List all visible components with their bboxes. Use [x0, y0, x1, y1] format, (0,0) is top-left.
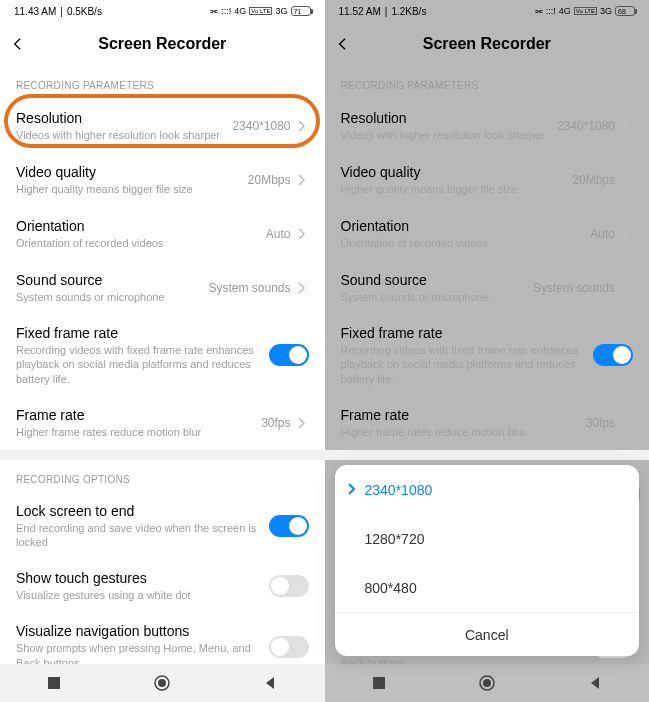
row-resolution[interactable]: Resolution Videos with higher resolution… [0, 99, 325, 153]
battery-icon: 68 [615, 6, 635, 16]
row-title: Frame rate [341, 407, 578, 423]
section-gap [0, 450, 325, 460]
chevron-right-icon [295, 174, 309, 186]
row-sub: System sounds or microphone [341, 290, 525, 304]
toggle-fixed-frame-rate[interactable] [269, 344, 309, 366]
row-fixed-frame-rate: Fixed frame rate Recording videos with f… [325, 315, 650, 396]
row-resolution: Resolution Videos with higher resolution… [325, 99, 650, 153]
row-title: Fixed frame rate [16, 325, 261, 341]
row-value: Auto [590, 227, 615, 241]
row-value: System sounds [208, 281, 290, 295]
toggle-lock-screen-to-end[interactable] [269, 515, 309, 537]
header: Screen Recorder [325, 22, 650, 66]
status-volte: Vo LTE [574, 7, 597, 15]
toggle-fixed-frame-rate [593, 344, 633, 366]
row-sub: System sounds or microphone [16, 290, 200, 304]
chevron-right-icon [619, 174, 633, 186]
status-net2: 3G [600, 6, 612, 16]
row-fixed-frame-rate[interactable]: Fixed frame rate Recording videos with f… [0, 315, 325, 396]
option-label: 1280*720 [365, 531, 425, 547]
chevron-right-icon [295, 120, 309, 132]
toggle-visualize-nav-buttons[interactable] [269, 636, 309, 658]
option-label: 2340*1080 [365, 482, 433, 498]
chevron-left-icon [10, 36, 26, 52]
back-button[interactable] [335, 36, 365, 52]
row-sub: Videos with higher resolution look sharp… [341, 128, 549, 142]
svg-point-2 [158, 679, 166, 687]
row-title: Resolution [16, 110, 224, 126]
row-value: 20Mbps [572, 173, 615, 187]
wifi-icon: ⫘ [534, 6, 543, 16]
svg-rect-3 [373, 677, 385, 689]
row-show-touch-gestures[interactable]: Show touch gestures Visualize gestures u… [0, 559, 325, 613]
row-visualize-nav-buttons[interactable]: Visualize navigation buttons Show prompt… [0, 613, 325, 664]
row-sub: Recording videos with fixed frame rate e… [16, 343, 261, 386]
nav-recents[interactable] [370, 674, 388, 692]
row-title: Orientation [16, 218, 258, 234]
row-video-quality: Video quality Higher quality means bigge… [325, 153, 650, 207]
nav-back[interactable] [586, 674, 604, 692]
back-button[interactable] [10, 36, 40, 52]
row-title: Video quality [341, 164, 565, 180]
row-value: 30fps [261, 416, 290, 430]
nav-bar [0, 664, 325, 702]
section-gap [325, 450, 650, 460]
row-sound-source[interactable]: Sound source System sounds or microphone… [0, 261, 325, 315]
status-speed: 0.5KB/s [67, 6, 102, 17]
row-video-quality[interactable]: Video quality Higher quality means bigge… [0, 153, 325, 207]
nav-home[interactable] [478, 674, 496, 692]
row-value: Auto [266, 227, 291, 241]
row-title: Video quality [16, 164, 240, 180]
svg-rect-0 [48, 677, 60, 689]
option-800-480[interactable]: 800*480 [335, 563, 640, 612]
row-frame-rate: Frame rate Higher frame rates reduce mot… [325, 396, 650, 450]
status-speed: 1.2KB/s [391, 6, 426, 17]
chevron-right-icon [619, 228, 633, 240]
nav-back[interactable] [261, 674, 279, 692]
chevron-right-icon [295, 228, 309, 240]
section-recording-parameters: RECORDING PARAMETERS [325, 66, 650, 99]
row-title: Lock screen to end [16, 503, 261, 519]
cancel-button[interactable]: Cancel [335, 612, 640, 656]
row-value: 2340*1080 [232, 119, 290, 133]
screen-right: 11.52 AM | 1.2KB/s ⫘ :::! 4G Vo LTE 3G 6… [325, 0, 650, 702]
checkmark-icon [347, 482, 363, 498]
section-recording-parameters: RECORDING PARAMETERS [0, 66, 325, 99]
row-orientation[interactable]: Orientation Orientation of recorded vide… [0, 207, 325, 261]
chevron-right-icon [295, 417, 309, 429]
settings-list[interactable]: RECORDING PARAMETERS Resolution Videos w… [0, 66, 325, 664]
header: Screen Recorder [0, 22, 325, 66]
chevron-left-icon [335, 36, 351, 52]
row-sub: End recording and save video when the sc… [16, 521, 261, 550]
row-sub: Show prompts when pressing Home, Menu, a… [16, 641, 261, 664]
resolution-dialog: 2340*1080 1280*720 800*480 Cancel [335, 465, 640, 656]
option-2340-1080[interactable]: 2340*1080 [335, 465, 640, 514]
chevron-right-icon [619, 282, 633, 294]
page-title: Screen Recorder [365, 35, 610, 53]
row-value: System sounds [533, 281, 615, 295]
status-time: 11.43 AM [14, 6, 56, 17]
row-title: Frame rate [16, 407, 253, 423]
status-net: 4G [234, 6, 246, 16]
option-label: 800*480 [365, 580, 417, 596]
chevron-right-icon [295, 282, 309, 294]
status-bar: 11.52 AM | 1.2KB/s ⫘ :::! 4G Vo LTE 3G 6… [325, 0, 650, 22]
row-frame-rate[interactable]: Frame rate Higher frame rates reduce mot… [0, 396, 325, 450]
chevron-right-icon [619, 120, 633, 132]
option-1280-720[interactable]: 1280*720 [335, 514, 640, 563]
status-time: 11.52 AM [339, 6, 381, 17]
toggle-show-touch-gestures[interactable] [269, 575, 309, 597]
row-sub: Higher quality means bigger file size [341, 182, 565, 196]
row-sub: Recording videos with fixed frame rate e… [341, 343, 586, 386]
nav-recents[interactable] [45, 674, 63, 692]
row-sub: Visualize gestures using a white dot [16, 588, 261, 602]
row-value: 30fps [586, 416, 615, 430]
nav-home[interactable] [153, 674, 171, 692]
status-bar: 11.43 AM | 0.5KB/s ⫘ :::! 4G Vo LTE 3G 7… [0, 0, 325, 22]
row-lock-screen-to-end[interactable]: Lock screen to end End recording and sav… [0, 493, 325, 560]
chevron-right-icon [619, 417, 633, 429]
screen-left: 11.43 AM | 0.5KB/s ⫘ :::! 4G Vo LTE 3G 7… [0, 0, 325, 702]
wifi-icon: ⫘ [209, 6, 218, 16]
row-sub: Higher frame rates reduce motion blur [16, 425, 253, 439]
nav-bar [325, 664, 650, 702]
